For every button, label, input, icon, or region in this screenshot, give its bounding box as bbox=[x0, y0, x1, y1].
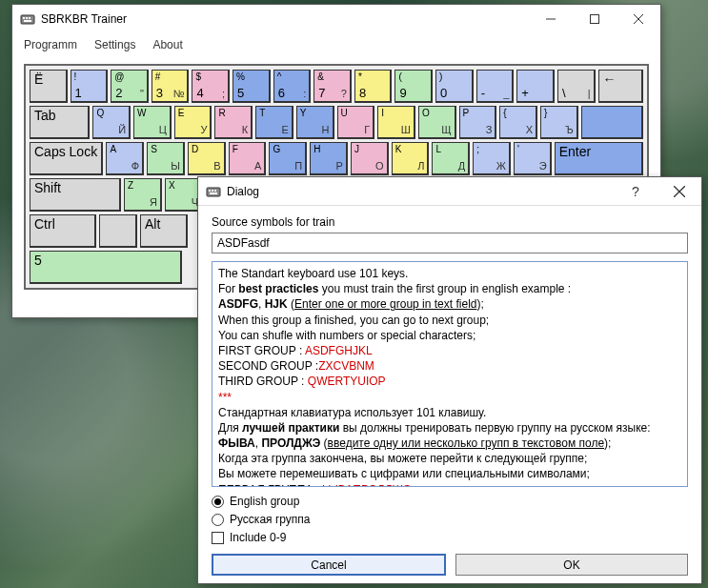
dialog-close-button[interactable] bbox=[657, 177, 701, 206]
keyboard-key[interactable]: Ё bbox=[30, 70, 68, 103]
svg-rect-12 bbox=[214, 190, 216, 192]
info-line: Для лучшей практики вы должны тренироват… bbox=[218, 420, 681, 436]
keyboard-key[interactable]: (9 bbox=[394, 70, 433, 103]
svg-rect-13 bbox=[210, 193, 217, 194]
keyboard-key[interactable]: #3№ bbox=[152, 70, 190, 103]
keyboard-key[interactable]: GП bbox=[269, 142, 307, 175]
menu-about[interactable]: About bbox=[152, 38, 182, 51]
keyboard-key[interactable]: -_ bbox=[476, 70, 515, 103]
keyboard-key[interactable] bbox=[581, 106, 643, 139]
checkbox-include-09[interactable] bbox=[212, 532, 224, 544]
radio-english-label: English group bbox=[230, 495, 299, 508]
keyboard-key[interactable]: HР bbox=[310, 142, 348, 175]
keyboard-key[interactable]: SЫ bbox=[147, 142, 185, 175]
info-line: You can shufle with numbers or special c… bbox=[218, 328, 681, 343]
svg-rect-0 bbox=[21, 15, 34, 24]
keyboard-key[interactable]: KЛ bbox=[392, 142, 430, 175]
keyboard-key[interactable]: Alt bbox=[140, 214, 188, 248]
info-line: ASDFG, HJK (Enter one or more group in t… bbox=[218, 296, 681, 312]
radio-russian-label: Русская группа bbox=[230, 513, 310, 526]
info-line: For best practicles you must train the f… bbox=[218, 281, 681, 296]
minimize-button[interactable] bbox=[529, 5, 573, 33]
checkbox-include-09-label: Include 0-9 bbox=[230, 531, 286, 544]
keyboard-key[interactable]: EУ bbox=[174, 106, 212, 139]
dialog-window: Dialog ? Source symbols for train The St… bbox=[197, 176, 702, 584]
info-line: *** bbox=[218, 390, 681, 405]
keyboard-key[interactable]: Caps Lock bbox=[30, 142, 103, 175]
dialog-icon bbox=[206, 184, 221, 199]
keyboard-key[interactable]: DВ bbox=[188, 142, 226, 175]
keyboard-key[interactable]: ;Ж bbox=[473, 142, 511, 175]
keyboard-key[interactable]: \| bbox=[557, 70, 596, 103]
svg-rect-11 bbox=[212, 190, 213, 192]
svg-rect-3 bbox=[29, 17, 30, 19]
keyboard-key[interactable]: LД bbox=[432, 142, 470, 175]
menu-programm[interactable]: Programm bbox=[24, 38, 77, 51]
keyboard-key[interactable]: )0 bbox=[435, 70, 474, 103]
keyboard-key[interactable]: + bbox=[516, 70, 555, 103]
keyboard-key[interactable]: RК bbox=[214, 106, 253, 139]
keyboard-key[interactable]: 5 bbox=[30, 251, 182, 284]
keyboard-key[interactable]: TЕ bbox=[255, 106, 293, 139]
info-line: ФЫВА, ПРОЛДЖЭ (введите одну или нескольк… bbox=[218, 436, 681, 451]
keyboard-key[interactable]: $4; bbox=[192, 70, 230, 103]
keyboard-key[interactable]: @2" bbox=[111, 70, 149, 103]
radio-russian-row[interactable]: Русская группа bbox=[212, 513, 688, 526]
radio-english[interactable] bbox=[212, 496, 224, 508]
keyboard-key[interactable]: }Ъ bbox=[540, 106, 578, 139]
app-icon bbox=[20, 11, 35, 27]
keyboard-key[interactable]: IШ bbox=[377, 106, 415, 139]
keyboard-key[interactable]: QЙ bbox=[92, 106, 131, 139]
close-button[interactable] bbox=[617, 5, 660, 33]
info-textbox[interactable]: The Standart keyboard use 101 keys. For … bbox=[212, 261, 688, 487]
keyboard-key[interactable]: OЩ bbox=[418, 106, 456, 139]
info-line: When this group a finished, you can go t… bbox=[218, 313, 681, 328]
keyboard-key[interactable]: ZЯ bbox=[124, 178, 162, 212]
info-line: The Standart keyboard use 101 keys. bbox=[218, 266, 681, 281]
help-button[interactable]: ? bbox=[614, 184, 657, 199]
keyboard-key[interactable]: Ctrl bbox=[30, 214, 96, 248]
cancel-button[interactable]: Cancel bbox=[212, 554, 446, 576]
keyboard-key[interactable]: PЗ bbox=[459, 106, 497, 139]
dialog-titlebar: Dialog ? bbox=[198, 177, 701, 206]
menubar: Programm Settings About bbox=[12, 33, 660, 56]
keyboard-key[interactable]: ← bbox=[598, 70, 644, 103]
info-line: Стандартная клавиатура использует 101 кл… bbox=[218, 405, 681, 420]
keyboard-key[interactable]: %5 bbox=[233, 70, 271, 103]
keyboard-key[interactable]: WЦ bbox=[133, 106, 172, 139]
keyboard-key[interactable]: Tab bbox=[30, 106, 90, 139]
ok-button[interactable]: OK bbox=[455, 554, 688, 576]
keyboard-key[interactable]: AФ bbox=[106, 142, 144, 175]
source-label: Source symbols for train bbox=[212, 215, 688, 229]
keyboard-key[interactable]: !1 bbox=[71, 70, 109, 103]
keyboard-key[interactable]: JО bbox=[351, 142, 389, 175]
include-09-row[interactable]: Include 0-9 bbox=[212, 531, 688, 544]
keyboard-key[interactable]: *8 bbox=[354, 70, 393, 103]
svg-rect-4 bbox=[24, 20, 31, 22]
svg-rect-9 bbox=[207, 188, 220, 196]
keyboard-key[interactable]: {Х bbox=[499, 106, 537, 139]
menu-settings[interactable]: Settings bbox=[94, 38, 135, 51]
info-line: Когда эта группа закончена, вы можете пе… bbox=[218, 451, 681, 466]
info-line: SECOND GROUP :ZXCVBNM bbox=[218, 358, 681, 374]
maximize-button[interactable] bbox=[573, 5, 617, 33]
radio-russian[interactable] bbox=[212, 514, 224, 526]
keyboard-key[interactable]: &7? bbox=[314, 70, 352, 103]
info-line: ПЕРВАЯ ГРУППА: ФЫВАПРОЛДЖЭ bbox=[218, 482, 681, 487]
keyboard-key[interactable]: UГ bbox=[337, 106, 375, 139]
radio-english-row[interactable]: English group bbox=[212, 495, 688, 508]
main-titlebar: SBRKBR Trainer bbox=[12, 5, 660, 33]
svg-rect-10 bbox=[209, 190, 211, 192]
keyboard-key[interactable]: YН bbox=[296, 106, 334, 139]
keyboard-key[interactable]: 'Э bbox=[514, 142, 552, 175]
keyboard-key[interactable]: Enter bbox=[555, 142, 643, 175]
keyboard-key[interactable]: ^6: bbox=[273, 70, 312, 103]
keyboard-key[interactable]: Shift bbox=[30, 178, 121, 212]
keyboard-key[interactable] bbox=[99, 214, 137, 248]
info-line: FIRST GROUP : ASDFGHJKL bbox=[218, 343, 681, 358]
main-title: SBRKBR Trainer bbox=[41, 12, 529, 26]
source-input[interactable] bbox=[212, 233, 688, 253]
dialog-title: Dialog bbox=[227, 185, 614, 198]
info-line: THIRD GROUP : QWERTYUIOP bbox=[218, 374, 681, 389]
keyboard-key[interactable]: FА bbox=[229, 142, 267, 175]
